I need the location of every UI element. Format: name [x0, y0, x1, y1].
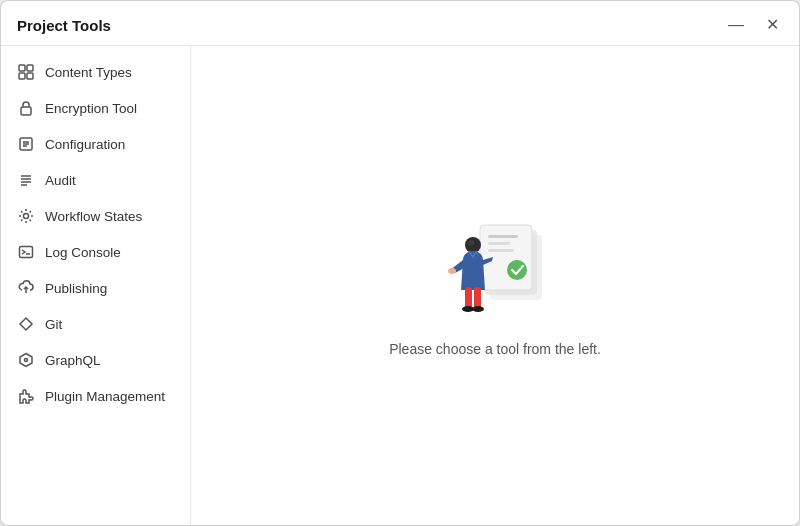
svg-rect-4 [21, 107, 31, 115]
graphql-icon [17, 351, 35, 369]
svg-point-31 [472, 306, 484, 312]
sidebar-item-label: Content Types [45, 65, 132, 80]
project-tools-window: Project Tools — ✕ Content Types [0, 0, 800, 526]
svg-point-13 [24, 214, 29, 219]
grid-icon [17, 63, 35, 81]
diamond-icon [17, 315, 35, 333]
sidebar-item-label: Audit [45, 173, 76, 188]
sidebar-item-label: Encryption Tool [45, 101, 137, 116]
content-area: Content Types Encryption Tool [1, 46, 799, 525]
svg-point-24 [507, 260, 527, 280]
svg-rect-29 [474, 287, 481, 309]
sidebar-item-label: Publishing [45, 281, 107, 296]
sidebar-item-configuration[interactable]: Configuration [1, 126, 190, 162]
sidebar-item-graphql[interactable]: GraphQL [1, 342, 190, 378]
svg-point-26 [468, 240, 474, 246]
svg-marker-16 [20, 354, 32, 367]
svg-rect-0 [19, 65, 25, 71]
sidebar-item-workflow-states[interactable]: Workflow States [1, 198, 190, 234]
sliders-icon [17, 135, 35, 153]
svg-rect-23 [488, 249, 514, 252]
gear-icon [17, 207, 35, 225]
empty-state-text: Please choose a tool from the left. [389, 341, 601, 357]
sidebar-item-encryption-tool[interactable]: Encryption Tool [1, 90, 190, 126]
sidebar-item-audit[interactable]: Audit [1, 162, 190, 198]
puzzle-icon [17, 387, 35, 405]
svg-rect-3 [27, 73, 33, 79]
svg-rect-20 [480, 225, 532, 290]
cloud-upload-icon [17, 279, 35, 297]
sidebar-item-label: Plugin Management [45, 389, 165, 404]
svg-rect-22 [488, 242, 510, 245]
title-bar: Project Tools — ✕ [1, 1, 799, 46]
sidebar-item-label: GraphQL [45, 353, 101, 368]
svg-rect-28 [465, 287, 472, 309]
sidebar-item-label: Configuration [45, 137, 125, 152]
sidebar-item-plugin-management[interactable]: Plugin Management [1, 378, 190, 414]
sidebar: Content Types Encryption Tool [1, 46, 191, 525]
sidebar-item-publishing[interactable]: Publishing [1, 270, 190, 306]
empty-state-illustration [435, 215, 555, 325]
minimize-button[interactable]: — [724, 15, 748, 35]
window-controls: — ✕ [724, 15, 783, 35]
svg-rect-21 [488, 235, 518, 238]
svg-point-17 [25, 359, 28, 362]
sidebar-item-content-types[interactable]: Content Types [1, 54, 190, 90]
close-button[interactable]: ✕ [762, 15, 783, 35]
svg-rect-1 [27, 65, 33, 71]
svg-point-27 [448, 268, 456, 274]
sidebar-item-label: Workflow States [45, 209, 142, 224]
main-panel: Please choose a tool from the left. [191, 46, 799, 525]
sidebar-item-label: Git [45, 317, 62, 332]
sidebar-item-git[interactable]: Git [1, 306, 190, 342]
svg-rect-2 [19, 73, 25, 79]
lock-icon [17, 99, 35, 117]
console-icon [17, 243, 35, 261]
sidebar-item-label: Log Console [45, 245, 121, 260]
sidebar-item-log-console[interactable]: Log Console [1, 234, 190, 270]
window-title: Project Tools [17, 17, 111, 34]
list-icon [17, 171, 35, 189]
